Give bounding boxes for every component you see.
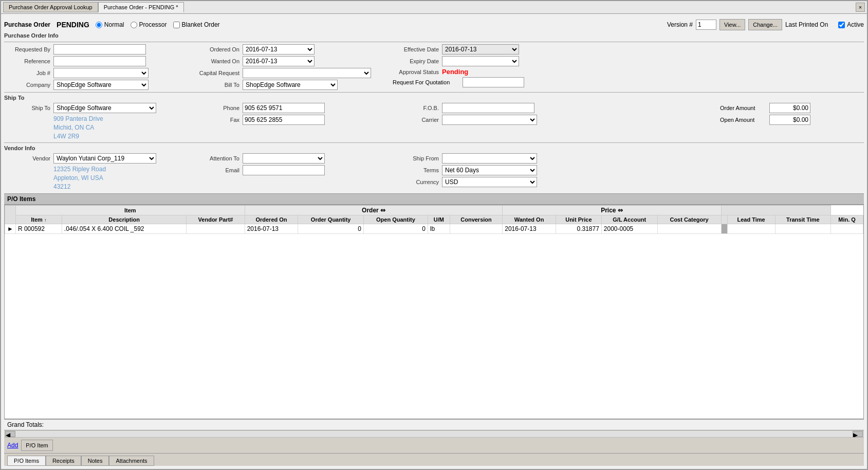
horizontal-scrollbar[interactable]: ◀ ▶ [4, 430, 864, 437]
po-items-header: P/O Items [4, 193, 864, 205]
close-button[interactable]: × [856, 3, 865, 12]
terms-select[interactable]: Net 60 Days [442, 165, 537, 175]
footer-tab-notes[interactable]: Notes [81, 456, 109, 466]
phone-row: Phone [193, 103, 389, 113]
th-cost-category[interactable]: Cost Category [657, 215, 721, 224]
ship-from-select[interactable] [442, 153, 537, 164]
table-row[interactable]: ► R 000592 .046/.054 X 6.400 COIL _592 2… [5, 224, 863, 233]
th-vendor-part[interactable]: Vendor Part# [187, 215, 245, 224]
price-pin-icon[interactable]: ⇔ [618, 207, 623, 214]
fob-row: F.O.B. [393, 103, 716, 113]
th-transit-time[interactable]: Transit Time [775, 215, 830, 224]
capital-request-row: Capital Request [193, 68, 389, 78]
order-amount-input[interactable] [769, 103, 810, 113]
job-select[interactable] [53, 68, 149, 78]
grand-totals-label: Grand Totals: [7, 421, 44, 428]
tab-purchase-order[interactable]: Purchase Order - PENDING * [98, 2, 184, 12]
th-unit-price[interactable]: Unit Price [556, 215, 601, 224]
row-transit-time[interactable] [775, 224, 830, 233]
active-label: Active [847, 21, 864, 28]
attention-to-select[interactable] [243, 153, 325, 164]
row-conversion[interactable] [450, 224, 502, 233]
open-amount-input[interactable] [769, 115, 810, 125]
fob-input[interactable] [442, 103, 534, 113]
row-order-quantity[interactable]: 0 [298, 224, 364, 233]
row-vendor-part[interactable] [187, 224, 245, 233]
ship-amounts-col: Order Amount Open Amount [720, 103, 864, 140]
vendor-select[interactable]: Waylon Yutani Corp_119 [53, 153, 156, 164]
row-description[interactable]: .046/.054 X 6.400 COIL _592 [62, 224, 187, 233]
rfq-input[interactable] [463, 77, 524, 87]
active-checkbox[interactable] [838, 22, 845, 28]
job-row: Job # [4, 68, 189, 78]
carrier-select[interactable] [442, 115, 537, 125]
row-min-q[interactable] [831, 224, 863, 233]
wanted-on-row: Wanted On 2016-07-13 [193, 56, 389, 66]
fax-input[interactable] [243, 115, 325, 125]
scroll-left[interactable]: ◀ [5, 431, 15, 437]
price-group-header: Price ⇔ [503, 205, 721, 215]
blanket-order-checkbox[interactable] [173, 22, 180, 28]
row-gl-account[interactable]: 2000-0005 [601, 224, 657, 233]
th-conversion[interactable]: Conversion [450, 215, 502, 224]
reference-input[interactable] [53, 56, 146, 66]
po-header: Purchase Order PENDING Normal Processor … [4, 17, 864, 32]
effective-date-select[interactable]: 2016-07-13 [442, 44, 519, 55]
th-min-q[interactable]: Min. Q [831, 215, 863, 224]
row-cost-category[interactable] [657, 224, 721, 233]
th-lead-time[interactable]: Lead Time [727, 215, 775, 224]
radio-normal[interactable] [96, 22, 102, 28]
row-open-quantity[interactable]: 0 [363, 224, 428, 233]
po-status: PENDING [57, 21, 89, 29]
bill-to-select[interactable]: ShopEdge Software [243, 80, 338, 90]
po-items-table-container[interactable]: Item Order ⇔ Price ⇔ Item ↑ Description … [4, 205, 864, 419]
view-button[interactable]: View... [719, 19, 745, 30]
th-item[interactable]: Item ↑ [15, 215, 62, 224]
currency-select[interactable]: USD [442, 177, 537, 187]
scroll-right[interactable]: ▶ [853, 431, 863, 437]
version-label: Version # [667, 21, 693, 28]
th-gl-account[interactable]: G/L Account [601, 215, 657, 224]
phone-input[interactable] [243, 103, 325, 113]
th-open-quantity[interactable]: Open Quantity [363, 215, 428, 224]
expiry-date-select[interactable] [442, 56, 519, 66]
footer-tab-po-items[interactable]: P/O Items [7, 456, 46, 466]
vendor-divider [4, 142, 864, 143]
footer-tab-receipts[interactable]: Receipts [46, 456, 81, 466]
email-input[interactable] [243, 165, 325, 175]
email-row: Email [193, 165, 389, 175]
footer-tab-attachments[interactable]: Attachments [109, 456, 154, 466]
wanted-on-select[interactable]: 2016-07-13 [243, 56, 315, 66]
company-select[interactable]: ShopEdge Software [53, 80, 149, 90]
row-lead-time[interactable] [727, 224, 775, 233]
ship-to-select[interactable]: ShopEdge Software [53, 103, 156, 113]
th-ordered-on[interactable]: Ordered On [245, 215, 298, 224]
add-link[interactable]: Add [7, 442, 18, 449]
capital-request-select[interactable] [243, 68, 371, 78]
row-ordered-on[interactable]: 2016-07-13 [245, 224, 298, 233]
th-wanted-on[interactable]: Wanted On [503, 215, 556, 224]
order-pin-icon[interactable]: ⇔ [380, 207, 385, 214]
po-item-button[interactable]: P/O Item [21, 440, 52, 451]
version-input[interactable] [696, 20, 716, 30]
tab-approval-lookup[interactable]: Purchase Order Approval Lookup [3, 2, 98, 12]
row-expand[interactable]: ► [5, 224, 16, 233]
th-um[interactable]: U/M [428, 215, 450, 224]
row-item[interactable]: R 000592 [15, 224, 62, 233]
po-form-col3: Effective Date 2016-07-13 Expiry Date Ap… [393, 44, 864, 90]
po-label: Purchase Order [4, 21, 50, 28]
th-order-quantity[interactable]: Order Quantity [298, 215, 364, 224]
bill-to-row: Bill To ShopEdge Software [193, 80, 389, 90]
scroll-track[interactable] [15, 431, 853, 437]
row-um[interactable]: lb [428, 224, 450, 233]
last-printed-label: Last Printed On [785, 21, 828, 28]
ordered-on-select[interactable]: 2016-07-13 [243, 44, 315, 55]
requested-by-input[interactable] [53, 44, 146, 55]
row-wanted-on[interactable]: 2016-07-13 [503, 224, 556, 233]
change-button[interactable]: Change... [748, 19, 782, 30]
row-unit-price[interactable]: 0.31877 [556, 224, 601, 233]
radio-processor[interactable] [131, 22, 137, 28]
approval-status-label: Approval Status [393, 69, 439, 75]
carrier-row: Carrier [393, 115, 716, 125]
th-description[interactable]: Description [62, 215, 187, 224]
